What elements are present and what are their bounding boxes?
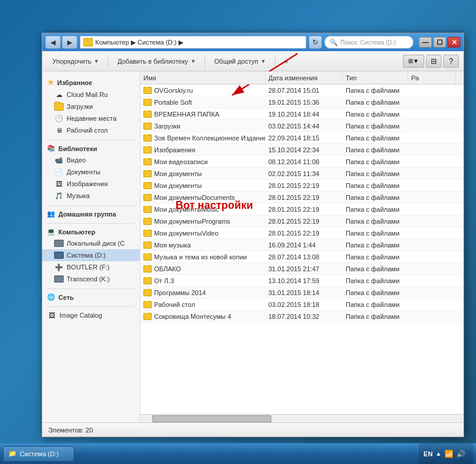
sidebar-item-video[interactable]: 📹 Видео [42, 154, 140, 166]
table-row[interactable]: ОБЛАКО 31.01.2015 21:47 Папка с файлами [140, 263, 464, 275]
maximize-button[interactable]: ☐ [433, 37, 446, 48]
libraries-section: 📚 Библиотеки 📹 Видео 📄 Документы 🖼 Изобр… [42, 143, 140, 202]
forward-button[interactable]: ▶ [62, 36, 77, 49]
col-header-type[interactable]: Тип [343, 71, 408, 84]
refresh-button[interactable]: ↻ [309, 36, 322, 49]
more-button[interactable]: » [279, 54, 293, 69]
table-row[interactable]: Программы 2014 31.01.2015 18:14 Папка с … [140, 287, 464, 299]
table-row[interactable]: Сокровища Монтесумы 4 18.07.2014 10:32 П… [140, 311, 464, 322]
file-name-cell: От Л.З [140, 277, 265, 284]
computer-icon: 💻 [47, 228, 55, 236]
sidebar-item-music[interactable]: 🎵 Музыка [42, 190, 140, 202]
sidebar-item-drive-f[interactable]: ➕ BOUTLER (F:) [42, 261, 140, 273]
sidebar-item-drive-c[interactable]: Локальный диск (С [42, 237, 140, 249]
drive-k-icon [54, 274, 64, 284]
file-type-cell: Папка с файлами [343, 99, 408, 106]
col-header-date[interactable]: Дата изменения [265, 71, 343, 84]
sidebar-item-drive-d[interactable]: Система (D:) [42, 249, 140, 261]
address-text: Компьютер ▶ Система (D:) ▶ [95, 39, 183, 46]
table-row[interactable]: Моя музыка 16.09.2014 1:44 Папка с файла… [140, 239, 464, 251]
libraries-icon: 📚 [47, 145, 55, 152]
file-date-cell: 18.07.2014 10:32 [265, 313, 343, 320]
toolbar: Упорядочить ▼ Добавить в библиотеку ▼ Об… [42, 51, 464, 71]
help-icon: ? [449, 57, 453, 65]
file-folder-icon [143, 277, 152, 284]
sidebar-item-downloads[interactable]: Загрузки [42, 101, 140, 112]
back-button[interactable]: ◀ [45, 36, 61, 49]
file-folder-icon [143, 182, 152, 189]
file-name-cell: Изображения [140, 146, 265, 153]
folder-icon [54, 102, 64, 111]
table-row[interactable]: Музыка и тема из новой копии 28.07.2014 … [140, 251, 464, 263]
table-row[interactable]: Мои документы 02.02.2015 11:34 Папка с ф… [140, 168, 464, 180]
file-type-cell: Папка с файлами [343, 87, 408, 94]
file-type-cell: Папка с файлами [343, 301, 408, 308]
sidebar-item-desktop[interactable]: 🖥 Рабочий стол [42, 124, 140, 136]
libraries-title[interactable]: 📚 Библиотеки [42, 143, 140, 154]
table-row[interactable]: Изображения 15.10.2014 22:34 Папка с фай… [140, 144, 464, 156]
sidebar-item-cloudmail[interactable]: ☁ Cloud Mail.Ru [42, 89, 140, 101]
sidebar-item-images[interactable]: 🖼 Изображения [42, 178, 140, 190]
file-folder-icon [143, 87, 152, 94]
taskbar-folder-icon: 📁 [8, 450, 17, 457]
sidebar-item-drive-k[interactable]: Transcend (K:) [42, 273, 140, 285]
file-date-cell: 28.07.2014 13:08 [265, 253, 343, 261]
sidebar-item-documents[interactable]: 📄 Документы [42, 166, 140, 178]
file-date-cell: 28.01.2015 22:19 [265, 182, 343, 189]
taskbar-explorer-btn[interactable]: 📁 Система (D:) [3, 446, 74, 462]
col-header-name[interactable]: Имя [140, 71, 265, 84]
file-date-cell: 13.10.2014 17:59 [265, 277, 343, 284]
file-date-cell: 28.01.2015 22:19 [265, 194, 343, 201]
table-row[interactable]: Мои документыDocuments 28.01.2015 22:19 … [140, 192, 464, 203]
sidebar-item-image-catalog[interactable]: 🖼 Image Catalog [42, 309, 140, 321]
file-name-cell: Мои документыVideo [140, 230, 265, 237]
file-folder-icon [143, 111, 152, 118]
file-type-cell: Папка с файлами [343, 289, 408, 296]
address-bar[interactable]: Компьютер ▶ Система (D:) ▶ [80, 36, 306, 49]
file-folder-icon [143, 99, 152, 106]
file-date-cell: 28.01.2015 22:19 [265, 230, 343, 237]
view-button[interactable]: ⊞▼ [403, 55, 424, 68]
library-button[interactable]: Добавить в библиотеку ▼ [112, 54, 201, 69]
drive-f-icon: ➕ [54, 262, 64, 272]
table-row[interactable]: Рабочий стол 03.02.2015 18:18 Папка с фа… [140, 299, 464, 311]
taskbar-volume-icon: 🔊 [456, 450, 465, 458]
minimize-button[interactable]: — [419, 37, 432, 48]
table-row[interactable]: Мои документыMusic 28.01.2015 22:19 Папк… [140, 203, 464, 215]
table-row[interactable]: Portable Soft 19.01.2015 15:36 Папка с ф… [140, 96, 464, 108]
homegroup-title[interactable]: 👥 Домашняя группа [42, 208, 140, 220]
file-date-cell: 28.01.2015 22:19 [265, 206, 343, 213]
h-scrollbar-thumb[interactable] [152, 415, 271, 422]
preview-button[interactable]: ⊟ [426, 55, 441, 68]
search-box[interactable]: 🔍 Поиск: Система (D:) [324, 36, 414, 49]
table-row[interactable]: ВРЕМЕННАЯ ПАПКА 19.10.2014 18:44 Папка с… [140, 108, 464, 120]
table-row[interactable]: Загрузки 03.02.2015 14:44 Папка с файлам… [140, 120, 464, 132]
computer-title[interactable]: 💻 Компьютер [42, 226, 140, 237]
file-name-cell: Музыка и тема из новой копии [140, 253, 265, 261]
file-name-cell: Программы 2014 [140, 289, 265, 296]
help-button[interactable]: ? [443, 55, 459, 68]
sort-button[interactable]: Упорядочить ▼ [47, 54, 104, 69]
table-row[interactable]: Мои документыPrograms 28.01.2015 22:19 П… [140, 215, 464, 227]
file-folder-icon [143, 206, 152, 213]
table-row[interactable]: Мои документыVideo 28.01.2015 22:19 Папк… [140, 227, 464, 239]
share-dropdown-arrow: ▼ [261, 58, 266, 64]
col-header-size[interactable]: Ра [408, 71, 456, 84]
sidebar-item-recent[interactable]: 🕐 Недавние места [42, 112, 140, 124]
table-row[interactable]: Мои видеозаписи 08.12.2014 11:08 Папка с… [140, 156, 464, 168]
close-button[interactable]: ✕ [447, 37, 461, 48]
horizontal-scrollbar[interactable] [140, 414, 464, 422]
table-row[interactable]: Мои документы 28.01.2015 22:19 Папка с ф… [140, 180, 464, 192]
table-row[interactable]: От Л.З 13.10.2014 17:59 Папка с файлами [140, 275, 464, 287]
sidebar-divider-5 [47, 306, 135, 307]
file-date-cell: 08.12.2014 11:08 [265, 158, 343, 165]
table-row[interactable]: OVGorskiy.ru 28.07.2014 15:01 Папка с фа… [140, 84, 464, 96]
file-folder-icon [143, 123, 152, 130]
table-row[interactable]: Зов Времен Коллекционное Издание 22.09.2… [140, 132, 464, 144]
network-title[interactable]: 🌐 Сеть [42, 291, 140, 303]
share-button[interactable]: Общий доступ ▼ [209, 54, 271, 69]
favorites-title[interactable]: ★ Избранное [42, 76, 140, 89]
file-folder-icon [143, 170, 152, 177]
up-arrow-icon: ▲ [436, 450, 441, 457]
file-folder-icon [143, 242, 152, 249]
